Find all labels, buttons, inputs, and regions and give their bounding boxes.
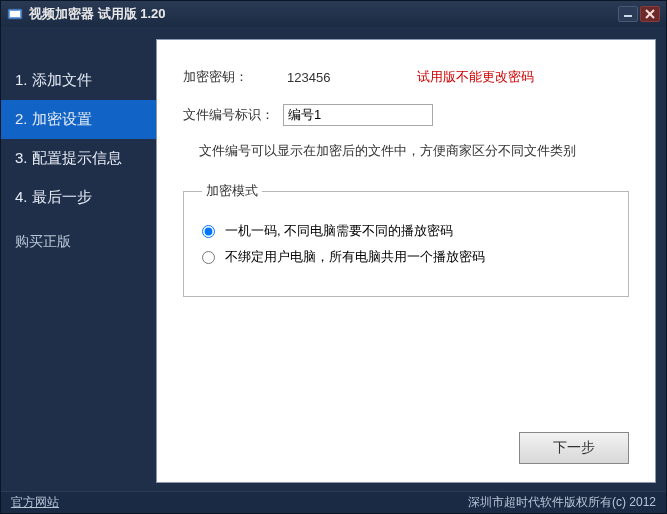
encrypt-mode-legend: 加密模式 <box>202 182 262 200</box>
row-key: 加密密钥： 试用版不能更改密码 <box>183 66 629 88</box>
app-window: 视频加密器 试用版 1.20 1. 添加文件 2. 加密设置 3. 配置提示信息… <box>0 0 667 514</box>
next-button[interactable]: 下一步 <box>519 432 629 464</box>
fileid-label: 文件编号标识： <box>183 106 283 124</box>
sidebar-item-final-step[interactable]: 4. 最后一步 <box>1 178 156 217</box>
app-icon <box>7 6 23 22</box>
encrypt-mode-group: 加密模式 一机一码, 不同电脑需要不同的播放密码 不绑定用户电脑，所有电脑共用一… <box>183 182 629 297</box>
trial-note: 试用版不能更改密码 <box>417 68 534 86</box>
mode-radio-per-machine[interactable] <box>202 225 215 238</box>
close-button[interactable] <box>640 6 660 22</box>
spacer <box>183 297 629 432</box>
sidebar-item-configure-prompt[interactable]: 3. 配置提示信息 <box>1 139 156 178</box>
window-title: 视频加密器 试用版 1.20 <box>29 5 618 23</box>
svg-rect-1 <box>10 11 20 17</box>
mode-option-label: 不绑定用户电脑，所有电脑共用一个播放密码 <box>225 248 485 266</box>
mode-option-label: 一机一码, 不同电脑需要不同的播放密码 <box>225 222 453 240</box>
mode-option-shared[interactable]: 不绑定用户电脑，所有电脑共用一个播放密码 <box>202 248 610 266</box>
mode-option-per-machine[interactable]: 一机一码, 不同电脑需要不同的播放密码 <box>202 222 610 240</box>
row-fileid: 文件编号标识： <box>183 104 629 126</box>
sidebar: 1. 添加文件 2. 加密设置 3. 配置提示信息 4. 最后一步 购买正版 <box>1 39 156 483</box>
mode-radio-shared[interactable] <box>202 251 215 264</box>
body: 1. 添加文件 2. 加密设置 3. 配置提示信息 4. 最后一步 购买正版 加… <box>1 27 666 491</box>
copyright-text: 深圳市超时代软件版权所有(c) 2012 <box>468 494 656 511</box>
fileid-input[interactable] <box>283 104 433 126</box>
sidebar-item-encrypt-settings[interactable]: 2. 加密设置 <box>1 100 156 139</box>
sidebar-item-add-files[interactable]: 1. 添加文件 <box>1 61 156 100</box>
status-bar: 官方网站 深圳市超时代软件版权所有(c) 2012 <box>1 491 666 513</box>
title-bar: 视频加密器 试用版 1.20 <box>1 1 666 27</box>
main-panel: 加密密钥： 试用版不能更改密码 文件编号标识： 文件编号可以显示在加密后的文件中… <box>156 39 656 483</box>
key-input[interactable] <box>283 66 413 88</box>
key-label: 加密密钥： <box>183 68 283 86</box>
official-site-link[interactable]: 官方网站 <box>11 494 468 511</box>
minimize-button[interactable] <box>618 6 638 22</box>
fileid-hint: 文件编号可以显示在加密后的文件中，方便商家区分不同文件类别 <box>199 142 629 160</box>
window-controls <box>618 6 660 22</box>
sidebar-item-buy[interactable]: 购买正版 <box>1 223 156 261</box>
